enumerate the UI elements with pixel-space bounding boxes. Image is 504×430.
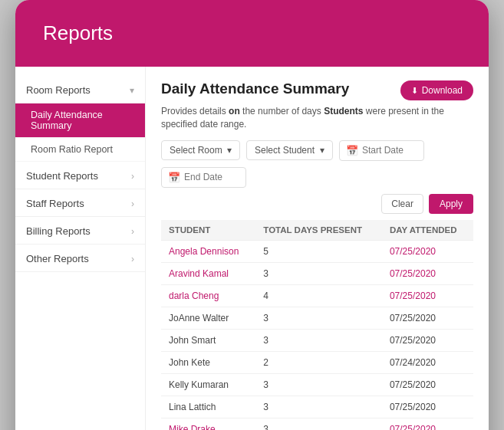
- chevron-right-icon: ›: [131, 226, 134, 237]
- sidebar-section-label: Staff Reports: [26, 198, 84, 209]
- day-attended: 07/25/2020: [382, 329, 473, 351]
- sidebar-section-billing-reports: Billing Reports ›: [15, 218, 145, 245]
- device-frame: Reports Room Reports Daily Attendance Su…: [15, 0, 489, 430]
- sidebar-item-room-reports[interactable]: Room Reports: [15, 77, 145, 103]
- clear-button[interactable]: Clear: [381, 194, 423, 214]
- content-header: Daily Attendance Summary Download: [161, 80, 473, 100]
- day-attended: 07/25/2020: [382, 396, 473, 418]
- filter-row: Select Room Select Student 📅 📅: [161, 140, 473, 188]
- student-link[interactable]: Angela Dennison: [169, 246, 239, 257]
- sidebar-section-label: Student Reports: [26, 170, 98, 182]
- apply-button[interactable]: Apply: [429, 194, 473, 214]
- chevron-down-icon: [320, 145, 324, 156]
- sidebar-section-label: Billing Reports: [26, 225, 91, 237]
- days-present: 3: [255, 329, 382, 351]
- end-date-field[interactable]: [184, 172, 239, 182]
- room-select[interactable]: Select Room: [161, 140, 240, 160]
- sidebar-section-label: Other Reports: [26, 253, 89, 264]
- day-attended[interactable]: 07/25/2020: [382, 240, 473, 262]
- day-attended: 07/25/2020: [382, 373, 473, 396]
- table-row: Lina Lattich307/25/2020: [161, 396, 473, 418]
- col-day-attended: DAY ATTENDED: [382, 220, 473, 241]
- student-name: John Kete: [161, 351, 255, 373]
- student-link[interactable]: darla Cheng: [169, 290, 219, 301]
- student-name: Kelly Kumaran: [161, 373, 255, 396]
- student-name: JoAnne Walter: [161, 307, 255, 329]
- student-name: Lina Lattich: [161, 396, 255, 418]
- sidebar-section-room-reports: Room Reports Daily Attendance Summary Ro…: [15, 77, 145, 162]
- sidebar-section-label: Room Reports: [26, 84, 91, 96]
- action-row: Clear Apply: [161, 194, 473, 214]
- sidebar-section-other-reports: Other Reports ›: [15, 246, 145, 272]
- page-header: Reports: [15, 0, 489, 67]
- table-row: Mike Drake307/25/2020: [161, 418, 473, 430]
- days-present: 3: [255, 262, 382, 284]
- chevron-down-icon: [227, 145, 232, 156]
- student-dropdown[interactable]: Select Student: [255, 145, 315, 156]
- content-subtitle: Provides details on the number of days S…: [161, 105, 473, 131]
- date-link[interactable]: 07/25/2020: [390, 424, 436, 430]
- sidebar-item-billing-reports[interactable]: Billing Reports ›: [15, 218, 145, 245]
- table-row: Aravind Kamal307/25/2020: [161, 262, 473, 284]
- table-row: John Kete207/24/2020: [161, 351, 473, 373]
- sidebar-item-student-reports[interactable]: Student Reports ›: [15, 163, 145, 189]
- table-row: Kelly Kumaran307/25/2020: [161, 373, 473, 396]
- student-name: John Smart: [161, 329, 255, 351]
- content-area: Daily Attendance Summary Download Provid…: [146, 67, 489, 430]
- content-title: Daily Attendance Summary: [161, 80, 349, 97]
- date-link[interactable]: 07/25/2020: [390, 268, 436, 279]
- days-present: 3: [255, 418, 382, 430]
- sidebar-section-student-reports: Student Reports ›: [15, 163, 145, 189]
- start-date-field[interactable]: [362, 145, 417, 156]
- day-attended: 07/25/2020: [382, 307, 473, 329]
- student-link[interactable]: Mike Drake: [169, 424, 216, 430]
- sidebar-item-daily-attendance-summary[interactable]: Daily Attendance Summary: [15, 103, 145, 138]
- days-present: 4: [255, 284, 382, 307]
- main-content: Room Reports Daily Attendance Summary Ro…: [15, 67, 489, 430]
- student-link[interactable]: Aravind Kamal: [169, 268, 229, 279]
- days-present: 3: [255, 307, 382, 329]
- table-row: John Smart307/25/2020: [161, 329, 473, 351]
- chevron-right-icon: ›: [131, 199, 134, 209]
- col-student: STUDENT: [161, 220, 255, 241]
- sidebar: Room Reports Daily Attendance Summary Ro…: [15, 67, 146, 430]
- date-link[interactable]: 07/25/2020: [390, 246, 436, 257]
- chevron-right-icon: ›: [131, 171, 134, 182]
- download-button[interactable]: Download: [400, 80, 473, 100]
- days-present: 3: [255, 396, 382, 418]
- table-header-row: STUDENT TOTAL DAYS PRESENT DAY ATTENDED: [161, 220, 473, 241]
- end-date-input[interactable]: 📅: [161, 167, 246, 188]
- student-select[interactable]: Select Student: [246, 140, 333, 160]
- table-row: Angela Dennison507/25/2020: [161, 240, 473, 262]
- room-dropdown[interactable]: Select Room: [170, 145, 222, 156]
- days-present: 3: [255, 373, 382, 396]
- start-date-input[interactable]: 📅: [339, 140, 424, 161]
- sidebar-section-staff-reports: Staff Reports ›: [15, 191, 145, 217]
- download-icon: [411, 85, 418, 96]
- day-attended[interactable]: 07/25/2020: [382, 262, 473, 284]
- attendance-table: STUDENT TOTAL DAYS PRESENT DAY ATTENDED …: [161, 220, 473, 430]
- days-present: 5: [255, 240, 382, 262]
- day-attended[interactable]: 07/25/2020: [382, 284, 473, 307]
- chevron-down-icon: [130, 85, 134, 96]
- table-row: JoAnne Walter307/25/2020: [161, 307, 473, 329]
- days-present: 2: [255, 351, 382, 373]
- sidebar-item-other-reports[interactable]: Other Reports ›: [15, 246, 145, 272]
- col-days-present: TOTAL DAYS PRESENT: [255, 220, 382, 241]
- table-row: darla Cheng407/25/2020: [161, 284, 473, 307]
- page-title: Reports: [43, 21, 461, 45]
- date-link[interactable]: 07/25/2020: [390, 290, 436, 301]
- calendar-icon: 📅: [346, 145, 358, 156]
- day-attended[interactable]: 07/25/2020: [382, 418, 473, 430]
- calendar-icon: 📅: [168, 172, 180, 183]
- sidebar-item-staff-reports[interactable]: Staff Reports ›: [15, 191, 145, 217]
- sidebar-item-room-ratio-report[interactable]: Room Ratio Report: [15, 138, 145, 162]
- day-attended: 07/24/2020: [382, 351, 473, 373]
- chevron-right-icon: ›: [131, 254, 134, 264]
